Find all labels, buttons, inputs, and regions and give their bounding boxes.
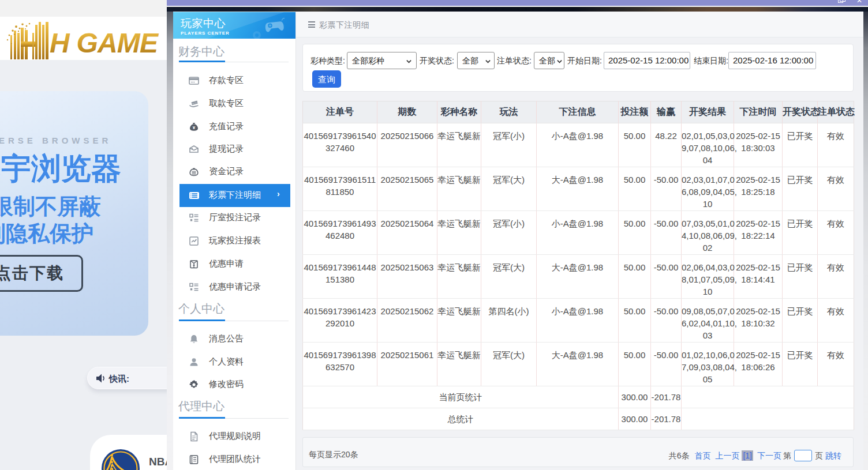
svg-text:H GAME: H GAME	[50, 28, 159, 58]
svg-text:¥: ¥	[193, 125, 196, 130]
